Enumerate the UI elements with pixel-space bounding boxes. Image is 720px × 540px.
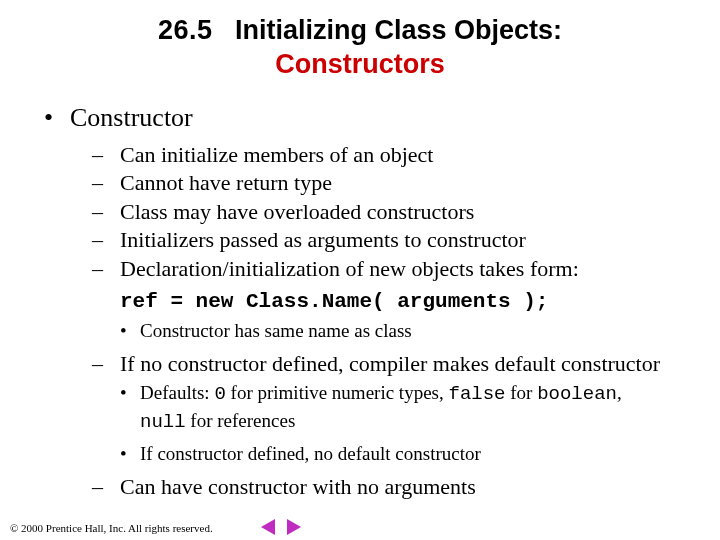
sub-bullet: Cannot have return type [92, 169, 686, 198]
sub-bullet: Can initialize members of an object [92, 141, 686, 170]
sub-bullet: Can have constructor with no arguments [92, 473, 686, 502]
sub3-bullet: If constructor defined, no default const… [120, 441, 686, 467]
sub-bullet: Class may have overloaded constructors [92, 198, 686, 227]
title-line2: Constructors [275, 49, 445, 79]
sub3-bullet: Defaults: 0 for primitive numeric types,… [120, 380, 686, 435]
sub-bullet: If no constructor defined, compiler make… [92, 350, 686, 379]
sub3-bullet: Constructor has same name as class [120, 318, 686, 344]
title-number: 26.5 [158, 15, 213, 45]
arrow-left-icon [261, 519, 275, 535]
slide: 26.5 Initializing Class Objects: Constru… [0, 0, 720, 540]
copyright-footer: © 2000 Prentice Hall, Inc. All rights re… [10, 522, 213, 534]
title-line1: Initializing Class Objects: [235, 15, 562, 45]
bullet-text: Constructor [70, 103, 193, 132]
nav-controls [258, 518, 304, 536]
prev-button[interactable] [258, 518, 278, 536]
sub-bullet: Initializers passed as arguments to cons… [92, 226, 686, 255]
slide-title: 26.5 Initializing Class Objects: Constru… [0, 0, 720, 82]
next-button[interactable] [284, 518, 304, 536]
content-area: Constructor Can initialize members of an… [0, 82, 720, 502]
bullet-constructor: Constructor Can initialize members of an… [44, 100, 686, 502]
code-line: ref = new Class.Name( arguments ); [120, 288, 686, 316]
arrow-right-icon [287, 519, 301, 535]
sub-bullet: Declaration/initialization of new object… [92, 255, 686, 284]
